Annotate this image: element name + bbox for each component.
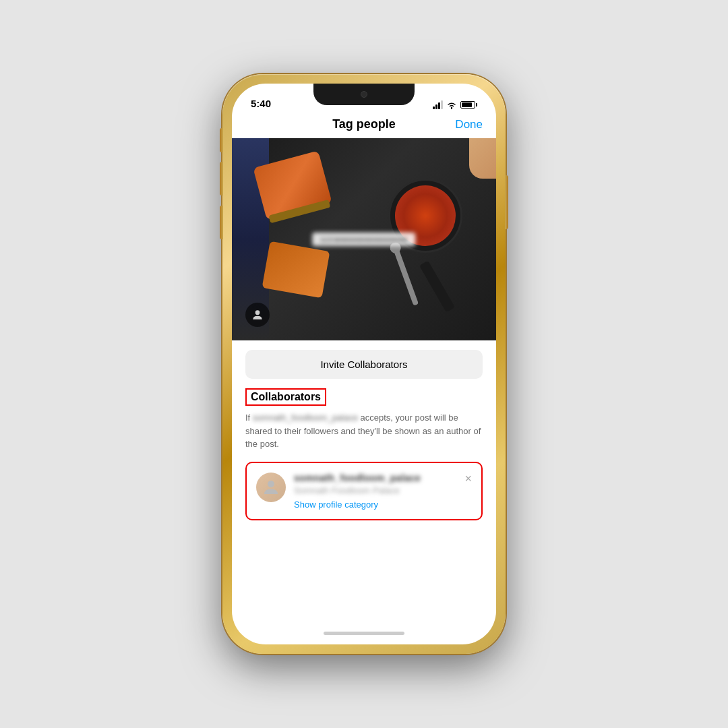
collaborator-display-name: Somnath Foodloom Palace [294, 485, 472, 495]
mute-switch-button [220, 128, 223, 152]
content-area: som●●●●●●●●●●●●●●● Invite Collaborators … [232, 138, 496, 621]
home-bar [324, 632, 404, 635]
food-image: som●●●●●●●●●●●●●●● [232, 138, 496, 340]
show-profile-category-button[interactable]: Show profile category [294, 499, 472, 510]
power-button [505, 175, 508, 229]
phone-frame: 5:40 [222, 74, 506, 654]
post-image-container[interactable]: som●●●●●●●●●●●●●●● [232, 138, 496, 340]
collaborators-title: Collaborators [245, 388, 326, 406]
collaborator-card[interactable]: somnath_foodloom_palace Somnath Foodloom… [245, 462, 483, 520]
tag-overlay[interactable]: som●●●●●●●●●●●●●●● [312, 233, 415, 246]
signal-icon [433, 100, 443, 109]
invite-collaborators-button[interactable]: Invite Collaborators [245, 350, 483, 379]
collaborators-description: If somnath_foodloom_palace accepts, your… [245, 411, 483, 451]
collaborator-avatar [256, 473, 286, 502]
collaborator-username: somnath_foodloom_palace [294, 473, 472, 483]
collaborator-info: somnath_foodloom_palace Somnath Foodloom… [294, 473, 472, 510]
volume-up-button [220, 162, 223, 195]
svg-point-1 [268, 481, 274, 487]
home-indicator [232, 621, 496, 644]
person-icon [251, 308, 264, 322]
collaborators-mentioned-username: somnath_foodloom_palace [253, 413, 358, 423]
notch-camera [361, 91, 367, 98]
volume-down-button [220, 206, 223, 239]
notch [313, 84, 415, 105]
avatar-person-icon [261, 477, 281, 497]
page-title: Tag people [332, 117, 396, 131]
collaborators-section: Collaborators If somnath_foodloom_palace… [232, 388, 496, 534]
done-button[interactable]: Done [455, 118, 483, 131]
nav-bar: Tag people Done [232, 113, 496, 138]
phone-screen: 5:40 [232, 84, 496, 644]
battery-icon [460, 101, 477, 109]
wifi-icon [446, 101, 457, 109]
svg-point-0 [255, 310, 260, 315]
status-icons [433, 100, 477, 109]
status-time: 5:40 [251, 98, 271, 109]
person-tag-icon[interactable] [245, 303, 270, 327]
remove-collaborator-button[interactable]: × [464, 473, 472, 485]
